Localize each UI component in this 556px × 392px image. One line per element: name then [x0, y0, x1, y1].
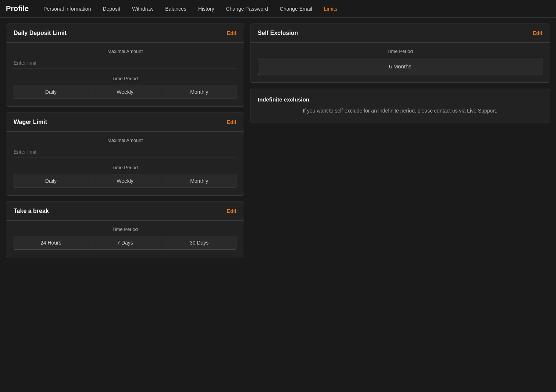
indefinite-exclusion-body: Indefinite exclusion If you want to self… — [250, 89, 550, 122]
nav-change-password[interactable]: Change Password — [220, 0, 274, 17]
take-a-break-header: Take a break Edit — [6, 202, 244, 221]
wager-limit-header: Wager Limit Edit — [6, 113, 244, 132]
daily-deposit-weekly-button[interactable]: Weekly — [88, 85, 162, 99]
take-a-break-edit-button[interactable]: Edit — [227, 208, 236, 214]
indefinite-exclusion-description: If you want to self-exclude for an indef… — [258, 107, 542, 115]
self-exclusion-header: Self Exclusion Edit — [250, 24, 550, 43]
self-exclusion-period-display[interactable]: 6 Months — [258, 58, 542, 75]
indefinite-exclusion-title: Indefinite exclusion — [258, 96, 542, 103]
wager-limit-monthly-button[interactable]: Monthly — [162, 174, 236, 188]
daily-deposit-limit-body: Maximal Amount Time Period Daily Weekly … — [6, 43, 244, 106]
daily-deposit-period-buttons: Daily Weekly Monthly — [14, 85, 236, 99]
nav-limits[interactable]: Limits — [318, 0, 343, 17]
wager-limit-body: Maximal Amount Time Period Daily Weekly … — [6, 132, 244, 195]
wager-limit-input[interactable] — [14, 147, 236, 157]
daily-deposit-maximal-amount-label: Maximal Amount — [14, 49, 236, 54]
nav-balances[interactable]: Balances — [159, 0, 192, 17]
nav-history[interactable]: History — [192, 0, 220, 17]
nav-change-email[interactable]: Change Email — [274, 0, 318, 17]
nav-withdraw[interactable]: Withdraw — [126, 0, 159, 17]
right-column: Self Exclusion Edit Time Period 6 Months… — [250, 24, 550, 257]
wager-limit-card: Wager Limit Edit Maximal Amount Time Per… — [6, 113, 244, 196]
daily-deposit-limit-edit-button[interactable]: Edit — [227, 30, 236, 36]
take-a-break-period-buttons: 24 Hours 7 Days 30 Days — [14, 236, 236, 250]
daily-deposit-time-period-label: Time Period — [14, 76, 236, 81]
main-content: Daily Deposit Limit Edit Maximal Amount … — [0, 18, 556, 263]
daily-deposit-limit-header: Daily Deposit Limit Edit — [6, 24, 244, 43]
take-a-break-card: Take a break Edit Time Period 24 Hours 7… — [6, 202, 244, 257]
self-exclusion-edit-button[interactable]: Edit — [533, 30, 542, 36]
wager-limit-maximal-amount-label: Maximal Amount — [14, 138, 236, 143]
daily-deposit-limit-input[interactable] — [14, 58, 236, 68]
daily-deposit-daily-button[interactable]: Daily — [14, 85, 88, 99]
wager-limit-input-wrapper — [14, 147, 236, 157]
take-a-break-title: Take a break — [14, 208, 49, 214]
daily-deposit-input-wrapper — [14, 58, 236, 68]
take-a-break-24h-button[interactable]: 24 Hours — [14, 236, 88, 250]
take-a-break-time-period-label: Time Period — [14, 227, 236, 232]
wager-limit-daily-button[interactable]: Daily — [14, 174, 88, 188]
take-a-break-body: Time Period 24 Hours 7 Days 30 Days — [6, 221, 244, 257]
self-exclusion-card: Self Exclusion Edit Time Period 6 Months — [250, 24, 550, 83]
wager-limit-time-period-label: Time Period — [14, 165, 236, 170]
nav-brand: Profile — [6, 4, 29, 13]
wager-limit-edit-button[interactable]: Edit — [227, 119, 236, 125]
self-exclusion-title: Self Exclusion — [258, 30, 298, 36]
daily-deposit-limit-card: Daily Deposit Limit Edit Maximal Amount … — [6, 24, 244, 107]
indefinite-exclusion-card: Indefinite exclusion If you want to self… — [250, 89, 550, 122]
nav-personal-information[interactable]: Personal Information — [38, 0, 97, 17]
wager-limit-weekly-button[interactable]: Weekly — [88, 174, 162, 188]
take-a-break-30days-button[interactable]: 30 Days — [162, 236, 236, 250]
take-a-break-7days-button[interactable]: 7 Days — [88, 236, 162, 250]
daily-deposit-monthly-button[interactable]: Monthly — [162, 85, 236, 99]
nav-deposit[interactable]: Deposit — [97, 0, 126, 17]
self-exclusion-body: Time Period 6 Months — [250, 43, 550, 82]
daily-deposit-limit-title: Daily Deposit Limit — [14, 30, 67, 36]
wager-limit-period-buttons: Daily Weekly Monthly — [14, 174, 236, 188]
wager-limit-title: Wager Limit — [14, 119, 47, 125]
self-exclusion-time-period-label: Time Period — [258, 49, 542, 54]
main-nav: Profile Personal Information Deposit Wit… — [0, 0, 556, 18]
left-column: Daily Deposit Limit Edit Maximal Amount … — [6, 24, 244, 257]
